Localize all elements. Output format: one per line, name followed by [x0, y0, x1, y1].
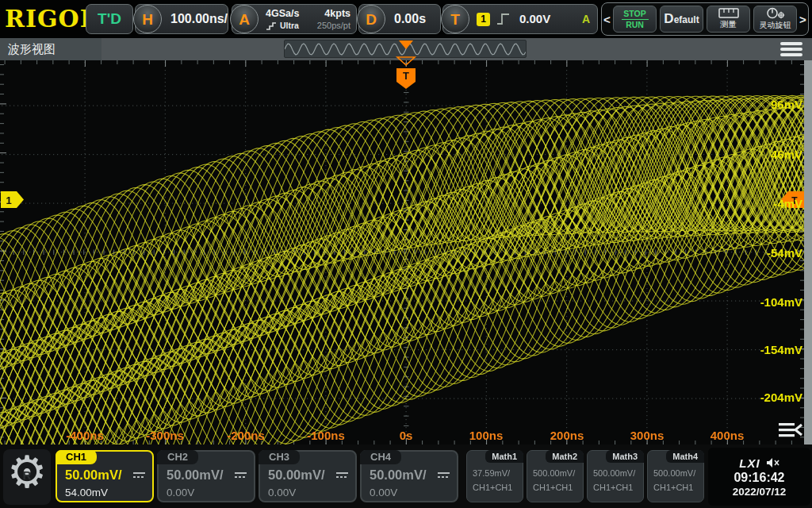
- ultra-stair-icon: [266, 21, 278, 30]
- resolution-value: 250ps/pt: [317, 21, 350, 30]
- channel-offset: 0.00V: [167, 487, 194, 498]
- nav-right-chevron-icon[interactable]: >: [799, 13, 807, 26]
- measure-label: 测量: [720, 19, 737, 30]
- math-scale: 37.59mV/: [473, 468, 510, 478]
- rigol-logo: RIGOL: [5, 5, 98, 33]
- channel-offset: 0.00V: [370, 487, 397, 498]
- run-label: RUN: [626, 21, 644, 29]
- trigger-status-badge: T'D: [86, 4, 133, 34]
- trigger-sweep-mode: A: [582, 5, 590, 33]
- preview-trigger-marker-icon[interactable]: [399, 40, 413, 49]
- time-label: -300ns: [129, 429, 201, 442]
- lxi-label: LXI: [739, 456, 760, 470]
- math-expression: CH1+CH1: [593, 483, 633, 492]
- right-scrollbar[interactable]: [804, 60, 812, 444]
- voltage-label: -54mV: [739, 246, 802, 260]
- math-tab[interactable]: Math1: [485, 450, 523, 463]
- ch1-marker-number: 1: [6, 194, 11, 206]
- quick-buttons-cluster: < STOP RUN Default 测量: [601, 2, 809, 36]
- math-card-math4[interactable]: Math4500.00mV/CH1+CH1: [647, 450, 704, 502]
- math-scale: 500.00mV/: [593, 468, 635, 478]
- time-label: 0s: [370, 429, 442, 442]
- horizontal-settings-button[interactable]: H 100.00ns/: [135, 4, 228, 34]
- collapse-menu-icon[interactable]: [777, 418, 804, 442]
- d-badge[interactable]: D: [357, 5, 385, 33]
- dc-coupling-icon: [133, 472, 145, 479]
- memory-depth-value: 4kpts: [324, 8, 350, 19]
- knob-label: 灵动旋钮: [760, 20, 791, 31]
- trigger-source-badge: 1: [477, 13, 490, 26]
- view-title: 波形视图: [0, 38, 102, 60]
- gear-r-letter: R: [3, 468, 51, 482]
- voltage-label: 46mV: [739, 148, 802, 161]
- default-initial: D: [664, 11, 673, 26]
- trigger-position-flag[interactable]: T: [395, 56, 417, 90]
- measure-button[interactable]: 测量: [707, 6, 750, 33]
- status-panel[interactable]: LXI 09:16:42 2022/07/12: [708, 448, 810, 506]
- dc-coupling-icon: [235, 472, 247, 479]
- voltage-label: -104mV: [739, 295, 802, 309]
- voltage-label: -204mV: [739, 391, 802, 404]
- dc-coupling-icon: [336, 472, 348, 479]
- time-label: 200ns: [531, 429, 603, 442]
- rising-edge-icon: [496, 11, 511, 27]
- quick-knob-button[interactable]: 灵动旋钮: [753, 6, 797, 33]
- default-button[interactable]: Default: [660, 6, 703, 33]
- math-expression: CH1+CH1: [653, 483, 693, 492]
- time-label: 400ns: [691, 429, 763, 442]
- delay-settings-button[interactable]: D 0.00s: [358, 4, 441, 34]
- time-label: -200ns: [210, 429, 282, 442]
- channel-card-ch1[interactable]: CH150.00mV/54.00mV: [56, 450, 154, 502]
- bottom-bar: ⚙ R CH150.00mV/54.00mVCH250.00mV/0.00VCH…: [0, 444, 812, 508]
- channel-scale: 50.00mV/: [167, 468, 224, 483]
- h-badge[interactable]: H: [133, 5, 162, 33]
- math-card-math2[interactable]: Math2500.00mV/CH1+CH1: [527, 450, 584, 502]
- time-label: 300ns: [611, 429, 683, 442]
- time-label: 100ns: [450, 429, 522, 442]
- channel-offset: 54.00mV: [65, 487, 108, 498]
- channel-scale: 50.00mV/: [65, 468, 122, 483]
- trigger-settings-button[interactable]: T 1 0.00V A: [442, 4, 598, 34]
- channel-card-ch4[interactable]: CH450.00mV/0.00V: [360, 450, 458, 502]
- channel-offset: 0.00V: [268, 487, 296, 498]
- channel-tab[interactable]: CH3: [259, 450, 300, 464]
- channel-scale: 50.00mV/: [268, 468, 325, 483]
- channel-card-ch2[interactable]: CH250.00mV/0.00V: [157, 450, 255, 502]
- time-label: -400ns: [49, 429, 121, 442]
- math-expression: CH1+CH1: [473, 483, 512, 492]
- time-label: -100ns: [290, 429, 362, 442]
- t-badge[interactable]: T: [441, 5, 469, 33]
- waveform-display[interactable]: [0, 60, 812, 444]
- math-scale: 500.00mV/: [653, 468, 695, 478]
- knob-icon: [765, 7, 786, 19]
- channel-tab[interactable]: CH2: [157, 450, 198, 464]
- clock-time: 09:16:42: [733, 471, 784, 485]
- hamburger-menu-icon[interactable]: [780, 42, 802, 56]
- math-expression: CH1+CH1: [533, 483, 573, 492]
- rigol-gear-logo-button[interactable]: ⚙ R: [3, 449, 51, 505]
- math-tab[interactable]: Math4: [666, 450, 704, 463]
- a-badge[interactable]: A: [230, 5, 259, 33]
- run-stop-button[interactable]: STOP RUN: [613, 6, 657, 33]
- voltage-label: -154mV: [739, 343, 802, 356]
- acquisition-mode-label: Ultra: [280, 21, 299, 30]
- oscilloscope-screen: RIGOL T'D H 100.00ns/ A 4GSa/s 4kpts Ult…: [0, 0, 812, 508]
- ch1-position-marker[interactable]: 1: [0, 190, 25, 209]
- nav-left-chevron-icon[interactable]: <: [603, 13, 611, 26]
- channel-tab[interactable]: CH1: [56, 450, 97, 464]
- math-card-math1[interactable]: Math137.59mV/CH1+CH1: [466, 450, 523, 502]
- channel-card-ch3[interactable]: CH350.00mV/0.00V: [259, 450, 357, 502]
- math-card-math3[interactable]: Math3500.00mV/CH1+CH1: [587, 450, 644, 502]
- sample-rate-value: 4GSa/s: [266, 8, 299, 19]
- voltage-label: 96mV: [739, 98, 802, 111]
- math-tab[interactable]: Math3: [606, 450, 644, 463]
- math-tab[interactable]: Math2: [546, 450, 584, 463]
- delay-value: 0.00s: [394, 5, 426, 33]
- acquisition-settings-button[interactable]: A 4GSa/s 4kpts Ultra 250ps/pt: [232, 4, 357, 34]
- trigger-position-letter: T: [403, 70, 409, 82]
- channel-scale: 50.00mV/: [370, 468, 427, 483]
- channel-tab[interactable]: CH4: [360, 450, 401, 464]
- top-bar: RIGOL T'D H 100.00ns/ A 4GSa/s 4kpts Ult…: [0, 0, 812, 38]
- ruler-icon: [718, 8, 739, 18]
- math-scale: 500.00mV/: [533, 468, 575, 478]
